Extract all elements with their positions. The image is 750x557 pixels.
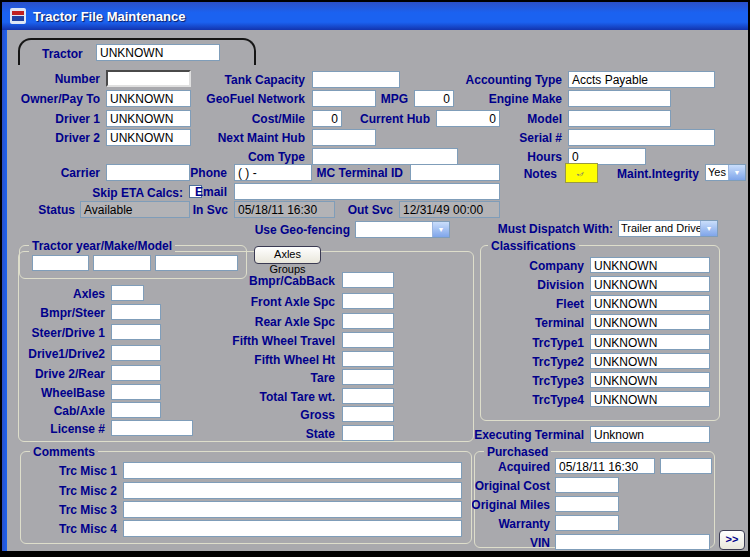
window-left-edge bbox=[2, 30, 7, 551]
original-miles-input[interactable] bbox=[555, 496, 619, 512]
next-page-button[interactable]: >> bbox=[719, 530, 745, 550]
drive2-rear-input[interactable] bbox=[111, 365, 161, 381]
cab-axle-input[interactable] bbox=[111, 402, 161, 418]
owner-pay-to-input[interactable]: UNKNOWN bbox=[106, 90, 191, 107]
note-icon: ♪ bbox=[573, 166, 589, 180]
model-label: Model bbox=[527, 112, 562, 127]
executing-terminal-value: Unknown bbox=[590, 426, 710, 443]
fleet-input[interactable]: UNKNOWN bbox=[590, 295, 710, 311]
chevron-down-icon[interactable]: ▼ bbox=[432, 222, 449, 237]
trc-misc3-input[interactable] bbox=[123, 501, 462, 518]
tractor-file-maintenance-window: Tractor File Maintenance Tractor UNKNOWN… bbox=[0, 0, 750, 557]
trctype2-input[interactable]: UNKNOWN bbox=[590, 353, 710, 369]
steer-drive1-input[interactable] bbox=[111, 324, 161, 340]
front-axle-spc-input[interactable] bbox=[342, 293, 394, 309]
acquired-input[interactable]: 05/18/11 16:30 bbox=[555, 458, 655, 474]
engine-make-label: Engine Make bbox=[489, 92, 562, 107]
next-maint-hub-label: Next Maint Hub bbox=[218, 131, 305, 146]
notes-button[interactable]: ♪ bbox=[565, 163, 598, 183]
trctype3-input[interactable]: UNKNOWN bbox=[590, 372, 710, 388]
use-geo-fencing-label: Use Geo-fencing bbox=[255, 223, 350, 238]
model-input[interactable] bbox=[568, 110, 671, 127]
carrier-input[interactable] bbox=[106, 164, 190, 181]
must-dispatch-with-dropdown[interactable]: Trailer and Drive ▼ bbox=[618, 220, 718, 237]
axles-label: Axles bbox=[73, 287, 105, 302]
out-svc-value: 12/31/49 00:00 bbox=[399, 201, 500, 218]
maint-integrity-value: Yes bbox=[706, 165, 728, 180]
fifth-wheel-travel-input[interactable] bbox=[342, 332, 394, 348]
maint-integrity-dropdown[interactable]: Yes ▼ bbox=[705, 164, 746, 181]
axles-groups-button[interactable]: Axles Groups bbox=[254, 246, 321, 264]
com-type-input[interactable] bbox=[312, 148, 458, 165]
tank-capacity-input[interactable] bbox=[312, 71, 400, 88]
acquired-label: Acquired bbox=[498, 460, 550, 475]
acquired-input-2[interactable] bbox=[660, 458, 712, 474]
use-geo-fencing-dropdown[interactable]: ▼ bbox=[355, 221, 450, 238]
trc-misc1-input[interactable] bbox=[123, 462, 462, 479]
vin-input[interactable] bbox=[555, 534, 710, 550]
mc-terminal-id-label: MC Terminal ID bbox=[317, 166, 403, 181]
bmpr-cabback-input[interactable] bbox=[342, 272, 394, 288]
bmpr-steer-input[interactable] bbox=[111, 304, 161, 320]
year-make-model-title: Tractor year/Make/Model bbox=[29, 239, 175, 253]
wheelbase-input[interactable] bbox=[111, 384, 161, 400]
driver2-label: Driver 2 bbox=[55, 131, 100, 146]
make-input[interactable] bbox=[93, 255, 151, 271]
warranty-input[interactable] bbox=[555, 515, 619, 531]
gross-label: Gross bbox=[300, 408, 335, 423]
original-cost-input[interactable] bbox=[555, 477, 619, 493]
trc-misc3-label: Trc Misc 3 bbox=[59, 503, 117, 518]
current-hub-input[interactable]: 0 bbox=[436, 110, 500, 127]
cost-mile-input[interactable]: 0 bbox=[312, 110, 342, 127]
next-maint-hub-input[interactable] bbox=[312, 129, 376, 146]
front-axle-spc-label: Front Axle Spc bbox=[251, 295, 335, 310]
notes-label: Notes bbox=[524, 167, 557, 182]
chevron-down-icon[interactable]: ▼ bbox=[728, 165, 745, 180]
trctype1-input[interactable]: UNKNOWN bbox=[590, 334, 710, 350]
engine-make-input[interactable] bbox=[568, 90, 671, 107]
chevron-down-icon[interactable]: ▼ bbox=[700, 221, 717, 236]
email-input[interactable] bbox=[234, 183, 500, 200]
steer-drive1-label: Steer/Drive 1 bbox=[32, 326, 105, 341]
axles-input[interactable] bbox=[111, 285, 144, 301]
driver1-input[interactable]: UNKNOWN bbox=[106, 110, 191, 127]
vin-label: VIN bbox=[530, 536, 550, 551]
drive2-rear-label: Drive 2/Rear bbox=[35, 367, 105, 382]
rear-axle-spc-input[interactable] bbox=[342, 313, 394, 329]
state-input[interactable] bbox=[342, 425, 394, 441]
drive1-drive2-input[interactable] bbox=[111, 345, 161, 361]
company-input[interactable]: UNKNOWN bbox=[590, 257, 710, 273]
owner-pay-to-label: Owner/Pay To bbox=[21, 92, 100, 107]
status-value: Available bbox=[80, 201, 190, 218]
trctype4-input[interactable]: UNKNOWN bbox=[590, 391, 710, 407]
driver2-input[interactable]: UNKNOWN bbox=[106, 129, 191, 146]
number-input[interactable] bbox=[106, 70, 191, 87]
titlebar[interactable]: Tractor File Maintenance bbox=[2, 2, 748, 30]
app-icon bbox=[10, 8, 26, 24]
fifth-wheel-ht-label: Fifth Wheel Ht bbox=[254, 353, 335, 368]
total-tare-input[interactable] bbox=[342, 388, 394, 404]
gross-input[interactable] bbox=[342, 406, 394, 422]
terminal-input[interactable]: UNKNOWN bbox=[590, 314, 710, 330]
mpg-input[interactable]: 0 bbox=[414, 90, 454, 107]
trc-misc2-input[interactable] bbox=[123, 482, 462, 499]
tractor-id-input[interactable]: UNKNOWN bbox=[96, 44, 220, 61]
mpg-label: MPG bbox=[381, 92, 408, 107]
mc-terminal-id-input[interactable] bbox=[410, 164, 500, 181]
model2-input[interactable] bbox=[155, 255, 238, 271]
trc-misc4-label: Trc Misc 4 bbox=[59, 522, 117, 537]
fifth-wheel-ht-input[interactable] bbox=[342, 351, 394, 367]
window-title: Tractor File Maintenance bbox=[33, 9, 185, 24]
phone-input[interactable]: ( ) - bbox=[234, 164, 312, 181]
serial-input[interactable] bbox=[568, 129, 715, 146]
geofuel-network-input[interactable] bbox=[312, 90, 376, 107]
year-input[interactable] bbox=[32, 255, 89, 271]
license-label: License # bbox=[50, 422, 105, 437]
tare-input[interactable] bbox=[342, 369, 394, 385]
accounting-type-input[interactable]: Accts Payable bbox=[568, 71, 715, 88]
trc-misc4-input[interactable] bbox=[123, 520, 462, 537]
original-cost-label: Original Cost bbox=[475, 479, 550, 494]
warranty-label: Warranty bbox=[498, 517, 550, 532]
license-input[interactable] bbox=[111, 420, 193, 436]
division-input[interactable]: UNKNOWN bbox=[590, 276, 710, 292]
